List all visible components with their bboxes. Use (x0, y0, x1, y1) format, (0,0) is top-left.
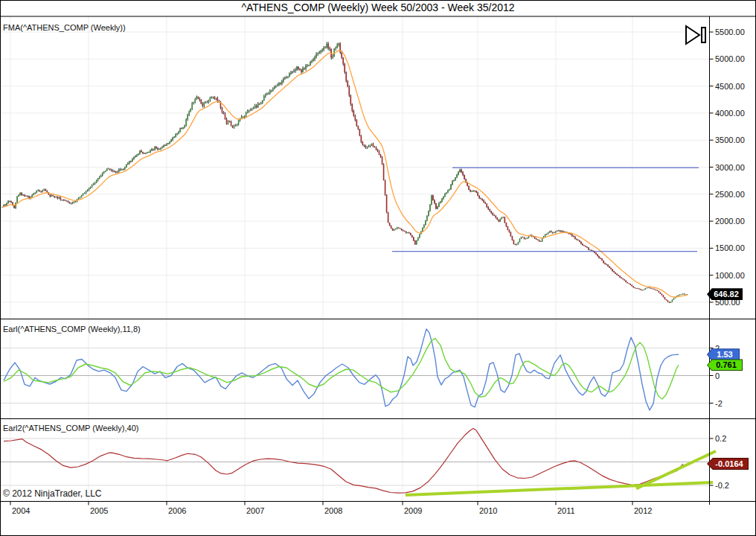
trend-line-0[interactable] (406, 482, 713, 495)
chart-frame (0, 1, 756, 536)
earl-fast-line (4, 329, 679, 410)
gridlines (1, 16, 710, 502)
chart-window: ^ATHENS_COMP (Weekly) Week 50/2003 - Wee… (0, 0, 756, 536)
candlestick-series (1, 42, 688, 303)
chart-canvas[interactable] (0, 0, 756, 536)
go-to-latest-bar-icon[interactable] (683, 24, 708, 48)
fma-line (2, 51, 688, 297)
